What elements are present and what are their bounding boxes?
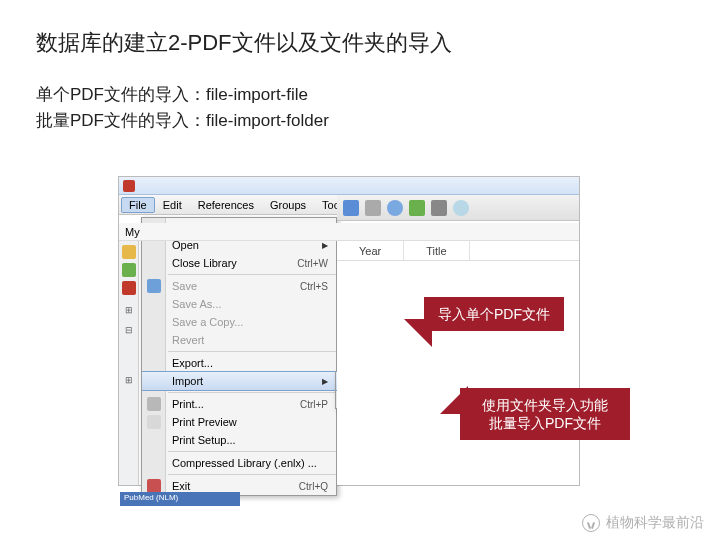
menu-item-export[interactable]: Export...	[142, 354, 336, 372]
folder-icon[interactable]	[431, 200, 447, 216]
card-icon[interactable]	[365, 200, 381, 216]
menu-sep	[168, 351, 336, 352]
menu-groups[interactable]: Groups	[262, 197, 314, 213]
sync-icon[interactable]	[453, 200, 469, 216]
chevron-right-icon: ▶	[322, 241, 328, 250]
tree-toggle-icon[interactable]: ⊟	[119, 325, 138, 335]
callout-batch-pdf: 使用文件夹导入功能 批量导入PDF文件	[460, 388, 630, 440]
globe-icon[interactable]	[343, 200, 359, 216]
menu-item-save-as: Save As...	[142, 295, 336, 313]
search-icon[interactable]	[387, 200, 403, 216]
menu-item-save: SaveCtrl+S	[142, 277, 336, 295]
watermark: 植物科学最前沿	[582, 514, 704, 532]
app-icon	[123, 180, 135, 192]
slide-subtitle: 单个PDF文件的导入：file-import-file 批量PDF文件的导入：f…	[0, 58, 720, 133]
menu-item-print[interactable]: Print...Ctrl+P	[142, 395, 336, 413]
menu-item-print-preview[interactable]: Print Preview	[142, 413, 336, 431]
wechat-icon	[582, 514, 600, 532]
status-bar: PubMed (NLM)	[120, 492, 240, 506]
menu-edit[interactable]: Edit	[155, 197, 190, 213]
menu-item-revert: Revert	[142, 331, 336, 349]
col-title[interactable]: Title	[404, 241, 469, 260]
arrow-icon[interactable]	[409, 200, 425, 216]
menu-sep	[168, 392, 336, 393]
menu-item-compressed[interactable]: Compressed Library (.enlx) ...	[142, 454, 336, 472]
sidebar-icon[interactable]	[122, 245, 136, 259]
slide-title: 数据库的建立2-PDF文件以及文件夹的导入	[0, 0, 720, 58]
content-pane: Year Title	[337, 241, 579, 485]
chevron-right-icon: ▶	[322, 377, 328, 386]
toolbar	[337, 195, 579, 221]
save-icon	[147, 279, 161, 293]
print-preview-icon	[147, 415, 161, 429]
menu-references[interactable]: References	[190, 197, 262, 213]
menu-file[interactable]: File	[121, 197, 155, 213]
sub-line2: 批量PDF文件的导入：file-import-folder	[36, 108, 720, 134]
menu-sep	[168, 451, 336, 452]
sidebar-icon[interactable]	[122, 263, 136, 277]
library-tab[interactable]: My	[121, 224, 144, 240]
window-titlebar	[119, 177, 579, 195]
menu-sep	[168, 474, 336, 475]
col-year[interactable]: Year	[337, 241, 404, 260]
sidebar-icon[interactable]	[122, 281, 136, 295]
tree-toggle-icon[interactable]: ⊞	[119, 305, 138, 315]
column-headers: Year Title	[337, 241, 579, 261]
print-icon	[147, 397, 161, 411]
menu-item-close[interactable]: Close LibraryCtrl+W	[142, 254, 336, 272]
library-tab-row: My	[119, 223, 579, 241]
exit-icon	[147, 479, 161, 493]
file-dropdown[interactable]: New... Open▶ Close LibraryCtrl+W SaveCtr…	[141, 217, 337, 496]
sidebar: ⊞ ⊟ ⊞	[119, 241, 139, 485]
sub-line1: 单个PDF文件的导入：file-import-file	[36, 82, 720, 108]
menu-item-import[interactable]: Import▶	[142, 371, 336, 391]
menu-item-print-setup[interactable]: Print Setup...	[142, 431, 336, 449]
menu-item-save-copy: Save a Copy...	[142, 313, 336, 331]
menu-sep	[168, 274, 336, 275]
callout-single-pdf: 导入单个PDF文件	[424, 297, 564, 331]
tree-toggle-icon[interactable]: ⊞	[119, 375, 138, 385]
